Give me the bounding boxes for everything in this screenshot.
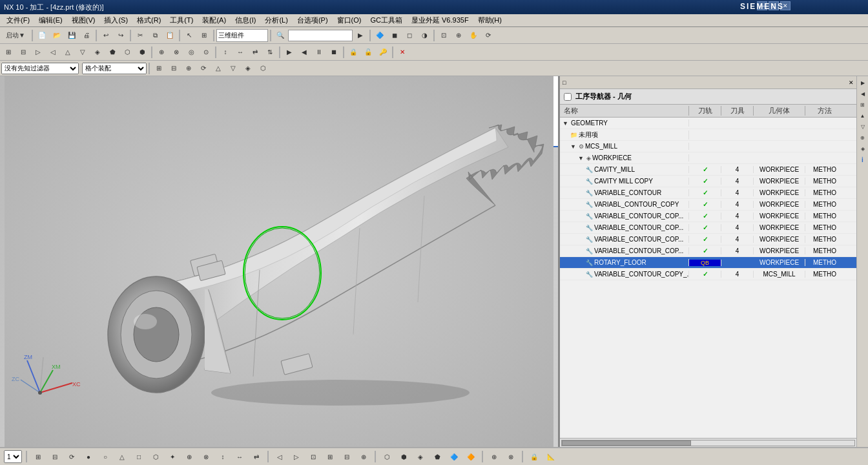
tree-cavity-mill-copy[interactable]: 🔧 CAVITY MILL COPY ✓ 4 WORKPIECE METHO	[560, 176, 856, 187]
menu-edit[interactable]: 编辑(E)	[35, 15, 67, 26]
side-btn-3[interactable]: ▲	[858, 110, 868, 121]
tb2-2[interactable]: ⊟	[16, 45, 30, 59]
tb2-3[interactable]: ▷	[31, 45, 45, 59]
status-btn-27[interactable]: ⊕	[487, 450, 501, 464]
filter-dropdown[interactable]: 没有先知过滤器	[1, 63, 79, 74]
search-go-btn[interactable]: ▶	[353, 28, 367, 43]
status-btn-25[interactable]: 🔷	[447, 450, 461, 464]
status-btn-26[interactable]: 🔶	[464, 450, 478, 464]
tb3-2[interactable]: ⊟	[167, 61, 181, 76]
panel-collapse-btn[interactable]: □	[563, 79, 566, 86]
status-btn-2[interactable]: ⊟	[48, 450, 62, 464]
tb2-13[interactable]: ◎	[184, 45, 198, 59]
tb2-19[interactable]: ▶	[282, 45, 296, 59]
side-btn-4[interactable]: ▽	[858, 121, 868, 132]
save-btn[interactable]: 💾	[65, 28, 79, 43]
side-btn-info[interactable]: i	[858, 154, 868, 165]
copy-btn[interactable]: ⧉	[148, 28, 162, 43]
tb2-12[interactable]: ⊗	[169, 45, 183, 59]
redo-btn[interactable]: ↪	[114, 28, 128, 43]
tb2-x[interactable]: ✕	[395, 45, 409, 59]
tb2-8[interactable]: ⬟	[105, 45, 119, 59]
tb2-10[interactable]: ⬢	[135, 45, 149, 59]
status-btn-30[interactable]: 📐	[544, 450, 558, 464]
status-page-select[interactable]: 1	[4, 450, 22, 463]
tb2-24[interactable]: 🔓	[361, 45, 375, 59]
tree-variable-contour-copy3[interactable]: 🔧 VARIABLE_CONTOUR_COP... ✓ 4 WORKPIECE …	[560, 222, 856, 234]
view-dropdown[interactable]: 格个装配	[82, 63, 147, 74]
tb3-5[interactable]: △	[211, 61, 225, 76]
status-btn-9[interactable]: ✦	[165, 450, 180, 464]
status-btn-1[interactable]: ⊞	[31, 450, 45, 464]
3d-btn[interactable]: 🔷	[373, 28, 387, 43]
status-btn-12[interactable]: ↕	[216, 450, 230, 464]
status-btn-10[interactable]: ⊕	[182, 450, 196, 464]
status-btn-16[interactable]: ▷	[289, 450, 304, 464]
tree-variable-contour-copy4[interactable]: 🔧 VARIABLE_CONTOUR_COP... ✓ 4 WORKPIECE …	[560, 234, 856, 245]
status-btn-23[interactable]: ◈	[413, 450, 428, 464]
status-btn-8[interactable]: ⬡	[149, 450, 163, 464]
print-btn[interactable]: 🖨	[79, 28, 94, 43]
tree-rotary-floor[interactable]: 🔧 ROTARY_FLOOR QB WORKPIECE METHO	[560, 257, 856, 269]
tb3-7[interactable]: ◈	[241, 61, 255, 76]
side-btn-expand[interactable]: ⊞	[858, 99, 868, 110]
menu-extension[interactable]: 显业外延 V6.935F	[408, 15, 473, 26]
status-btn-4[interactable]: ●	[81, 450, 96, 464]
status-btn-22[interactable]: ⬢	[397, 450, 411, 464]
new-btn[interactable]: 📄	[35, 28, 49, 43]
menu-prefs[interactable]: 台选项(P)	[293, 15, 332, 26]
tb2-23[interactable]: 🔒	[346, 45, 360, 59]
status-btn-17[interactable]: ⊡	[306, 450, 320, 464]
status-btn-3[interactable]: ⟳	[65, 450, 79, 464]
status-btn-21[interactable]: ⬡	[380, 450, 394, 464]
status-btn-11[interactable]: ⊗	[199, 450, 213, 464]
status-btn-28[interactable]: ⊗	[504, 450, 518, 464]
status-btn-15[interactable]: ◁	[273, 450, 287, 464]
menu-help[interactable]: 帮助(H)	[474, 15, 506, 26]
fit-btn[interactable]: ⊡	[437, 28, 451, 43]
tree-variable-contour-copy5[interactable]: 🔧 VARIABLE_CONTOUR_COP... ✓ 4 WORKPIECE …	[560, 245, 856, 257]
start-button[interactable]: 启动▼	[1, 28, 30, 43]
tree-variable-contour-copy-last[interactable]: 🔧 VARIABLE_CONTOUR_COPY_... ✓ 4 MCS_MILL…	[560, 269, 856, 280]
menu-insert[interactable]: 插入(S)	[100, 15, 132, 26]
tree-mcs-mill[interactable]: ▼ ⚙ MCS_MILL	[560, 141, 856, 152]
tb3-6[interactable]: ▽	[226, 61, 240, 76]
menu-tools[interactable]: 工具(T)	[166, 15, 197, 26]
menu-format[interactable]: 格式(R)	[133, 15, 165, 26]
side-btn-6[interactable]: ◈	[858, 143, 868, 154]
tree-unused[interactable]: 📁 未用项	[560, 129, 856, 141]
tb3-8[interactable]: ⬡	[256, 61, 270, 76]
status-btn-29[interactable]: 🔒	[527, 450, 541, 464]
tb2-6[interactable]: ▽	[76, 45, 90, 59]
component-dropdown[interactable]	[216, 29, 268, 42]
tb2-17[interactable]: ⇄	[248, 45, 262, 59]
tb2-25[interactable]: 🔑	[376, 45, 390, 59]
status-btn-5[interactable]: ○	[98, 450, 112, 464]
status-btn-6[interactable]: △	[115, 450, 129, 464]
tb2-14[interactable]: ⊙	[199, 45, 213, 59]
tb2-16[interactable]: ↔	[233, 45, 247, 59]
viewport[interactable]: SIEMENS @ 三玖教育	[0, 76, 559, 447]
menu-assembly[interactable]: 装配(A)	[198, 15, 230, 26]
undo-btn[interactable]: ↩	[99, 28, 113, 43]
tb2-20[interactable]: ◀	[297, 45, 311, 59]
tree-variable-contour[interactable]: 🔧 VARIABLE_CONTOUR ✓ 4 WORKPIECE METHO	[560, 187, 856, 199]
side-btn-5[interactable]: ⊕	[858, 132, 868, 143]
menu-window[interactable]: 窗口(O)	[333, 15, 366, 26]
status-btn-14[interactable]: ⇄	[249, 450, 264, 464]
tb3-3[interactable]: ⊕	[181, 61, 196, 76]
pan-btn[interactable]: ✋	[466, 28, 480, 43]
tb2-18[interactable]: ⇅	[263, 45, 277, 59]
tb2-22[interactable]: ⏹	[327, 45, 341, 59]
tb3-1[interactable]: ⊞	[152, 61, 166, 76]
tree-geometry-root[interactable]: ▼ GEOMETRY	[560, 118, 856, 129]
tree-workpiece[interactable]: ▼ ◈ WORKPIECE	[560, 152, 856, 164]
zoom-btn[interactable]: ⊕	[451, 28, 466, 43]
tb2-7[interactable]: ◈	[90, 45, 105, 59]
operation-tree[interactable]: ▼ GEOMETRY 📁 未用项	[560, 118, 856, 438]
panel-checkbox[interactable]	[564, 93, 572, 101]
tb2-21[interactable]: ⏸	[312, 45, 326, 59]
tb2-5[interactable]: △	[61, 45, 75, 59]
status-btn-19[interactable]: ⊟	[340, 450, 354, 464]
tb2-9[interactable]: ⬡	[120, 45, 134, 59]
